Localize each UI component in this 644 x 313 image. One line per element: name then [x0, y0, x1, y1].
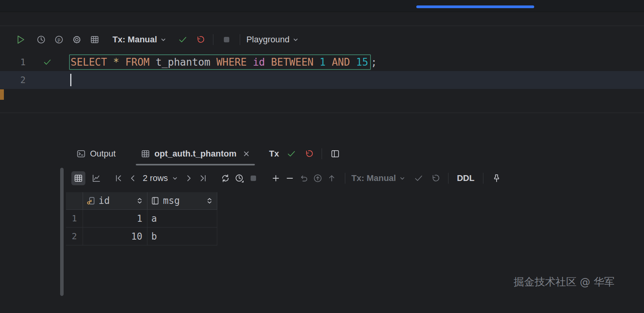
commit-check-icon: [414, 173, 424, 183]
sql-token: t_phantom: [156, 56, 216, 68]
auto-refresh-clock-icon: [234, 173, 244, 183]
row-number[interactable]: 2: [66, 228, 83, 245]
commit-button[interactable]: [176, 33, 190, 47]
close-icon[interactable]: [242, 150, 250, 158]
last-page-button[interactable]: [196, 171, 210, 185]
cell-id[interactable]: 10: [83, 228, 147, 245]
tx-mode-dropdown[interactable]: Tx: Manual: [113, 35, 167, 45]
session-label: Playground: [246, 35, 289, 45]
pin-tab-button[interactable]: [490, 171, 504, 185]
editor-tabs-strip: [0, 0, 644, 12]
chart-view-button[interactable]: [89, 171, 103, 185]
stop-button[interactable]: [220, 33, 234, 47]
result-stop-button[interactable]: [246, 171, 260, 185]
row-number[interactable]: 1: [66, 210, 83, 228]
svg-text:p: p: [58, 37, 61, 42]
submit-button[interactable]: [311, 171, 325, 185]
table-view-icon: [73, 173, 83, 183]
result-commit-button[interactable]: [284, 147, 298, 161]
line-number: 2: [0, 75, 26, 85]
session-dropdown[interactable]: Playground: [246, 35, 299, 45]
chevron-down-icon: [171, 174, 179, 182]
reload-button[interactable]: [218, 171, 232, 185]
result-tx-mode-label: Tx: Manual: [351, 173, 396, 183]
column-name: id: [99, 195, 110, 206]
undo-icon: [299, 173, 309, 183]
sql-token: *: [113, 56, 125, 68]
layout-settings-button[interactable]: [328, 147, 342, 161]
ddl-button[interactable]: DDL: [457, 173, 474, 183]
prev-page-button[interactable]: [126, 171, 140, 185]
next-page-button[interactable]: [182, 171, 196, 185]
tx-mode-label: Tx: Manual: [113, 35, 157, 45]
sql-token: FROM: [125, 56, 156, 68]
first-page-icon: [114, 173, 124, 183]
cell-msg[interactable]: b: [147, 228, 217, 245]
run-button[interactable]: [13, 33, 27, 47]
rollback-icon: [430, 173, 440, 183]
upload-button[interactable]: [325, 171, 339, 185]
delete-row-button[interactable]: [283, 171, 297, 185]
pin-icon: [492, 173, 502, 183]
result-rollback-disabled-button[interactable]: [428, 171, 442, 185]
run-icon: [14, 34, 26, 45]
column-header-msg[interactable]: msg: [147, 192, 217, 210]
cell-msg[interactable]: a: [147, 210, 217, 228]
refresh-icon: [220, 173, 230, 183]
chevron-down-icon: [159, 36, 167, 43]
editor-line-2[interactable]: 2: [0, 71, 644, 89]
editor-line-1[interactable]: 1 SELECT * FROM t_phantom WHERE id BETWE…: [0, 53, 644, 71]
rollback-icon: [195, 35, 205, 45]
line-number: 1: [0, 57, 26, 67]
parameters-button[interactable]: p: [52, 33, 66, 47]
stop-icon: [222, 35, 232, 45]
tab-result-grid[interactable]: opt_auth.t_phantom: [136, 142, 255, 165]
sql-editor[interactable]: 1 SELECT * FROM t_phantom WHERE id BETWE…: [0, 53, 644, 113]
commit-check-icon: [178, 35, 188, 45]
chevron-down-icon: [398, 174, 406, 182]
sort-icon[interactable]: [205, 196, 214, 205]
last-page-icon: [198, 173, 208, 183]
auto-refresh-button[interactable]: [232, 171, 246, 185]
statement-status-gutter[interactable]: [26, 57, 69, 67]
execution-history-button[interactable]: [34, 33, 48, 47]
terminal-icon: [76, 149, 86, 159]
result-rollback-button[interactable]: [301, 147, 315, 161]
sort-icon[interactable]: [135, 196, 144, 205]
gear-icon: [72, 35, 82, 45]
column-icon: [151, 196, 160, 205]
column-header-id[interactable]: id: [83, 192, 147, 210]
sql-token: BETWEEN: [271, 56, 320, 68]
sql-statement[interactable]: SELECT * FROM t_phantom WHERE id BETWEEN…: [69, 54, 377, 70]
page-size-dropdown[interactable]: 2 rows: [140, 173, 179, 183]
query-console-toolbar: p Tx: Manual: [0, 26, 644, 53]
browse-table-button[interactable]: [88, 33, 102, 47]
tab-output[interactable]: Output: [71, 142, 120, 165]
toolbar-separator: [213, 34, 213, 45]
result-commit-disabled-button[interactable]: [412, 171, 426, 185]
grid-corner-cell[interactable]: [66, 192, 83, 210]
result-grid: id msg 1 1 a 2 10 b: [66, 192, 217, 245]
settings-button[interactable]: [70, 33, 84, 47]
rollback-button[interactable]: [193, 33, 207, 47]
statement-highlight-box: SELECT * FROM t_phantom WHERE id BETWEEN…: [69, 54, 371, 70]
gutter-change-marker: [0, 89, 4, 100]
history-clock-icon: [36, 35, 46, 45]
toolbar-separator: [345, 173, 345, 184]
sql-token: SELECT: [71, 56, 113, 68]
toolbar-separator: [240, 34, 240, 45]
executed-check-icon: [43, 57, 52, 67]
commit-check-icon: [286, 149, 296, 159]
vertical-scrollbar[interactable]: [60, 168, 64, 296]
revert-button[interactable]: [297, 171, 311, 185]
primary-key-icon: [86, 196, 95, 205]
cell-id[interactable]: 1: [83, 210, 147, 228]
chevron-left-icon: [128, 173, 138, 183]
watermark-text: 掘金技术社区 @ 华军: [514, 275, 615, 289]
tx-indicator-label: Tx: [269, 149, 279, 159]
sql-token: 15: [356, 56, 368, 68]
result-tx-mode-dropdown[interactable]: Tx: Manual: [351, 173, 406, 183]
add-row-button[interactable]: [269, 171, 283, 185]
table-view-button[interactable]: [71, 171, 85, 185]
first-page-button[interactable]: [112, 171, 126, 185]
